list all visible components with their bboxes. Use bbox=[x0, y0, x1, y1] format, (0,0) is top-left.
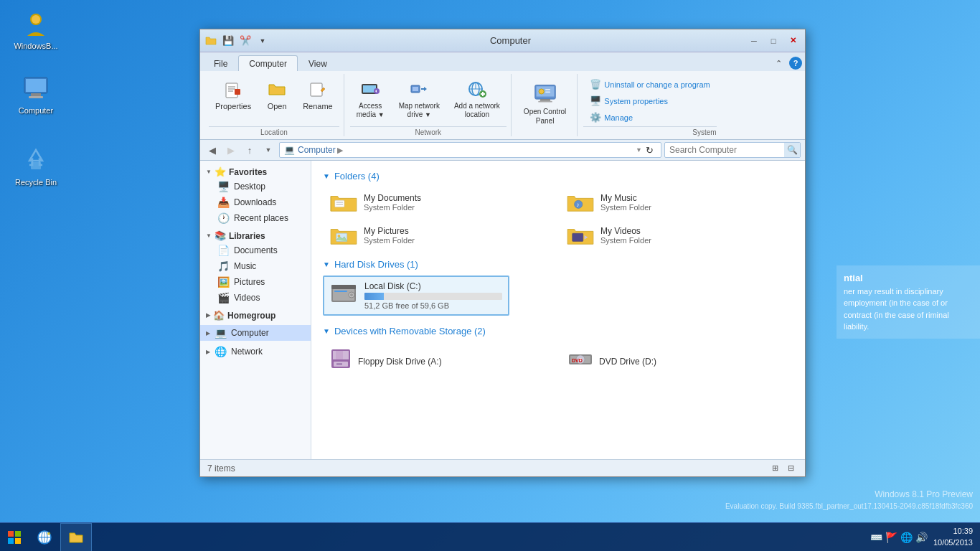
titlebar-icon-folder[interactable] bbox=[203, 33, 219, 49]
folder-my-documents[interactable]: My Documents System Folder bbox=[323, 187, 557, 217]
svg-rect-31 bbox=[545, 91, 550, 93]
maximize-button[interactable]: □ bbox=[764, 34, 783, 48]
svg-rect-59 bbox=[15, 538, 21, 544]
titlebar-icon-save[interactable]: 💾 bbox=[220, 33, 236, 49]
start-button[interactable] bbox=[0, 523, 29, 552]
folder-my-videos[interactable]: My Videos System Folder bbox=[560, 220, 793, 250]
close-button[interactable]: ✕ bbox=[783, 34, 802, 48]
flag-icon[interactable]: 🚩 bbox=[885, 532, 897, 543]
folder-my-pictures[interactable]: My Pictures System Folder bbox=[323, 220, 557, 250]
removable-section-header[interactable]: ▼ Devices with Removable Storage (2) bbox=[323, 326, 793, 336]
sidebar-item-desktop[interactable]: 🖥️ Desktop bbox=[200, 179, 311, 194]
folder-type: System Folder bbox=[364, 203, 550, 212]
folders-section-title: Folders (4) bbox=[334, 171, 380, 182]
rename-button[interactable]: Rename bbox=[296, 74, 339, 114]
up-button[interactable]: ↑ bbox=[242, 142, 258, 158]
address-path[interactable]: 💻 Computer ▶ ▼ ↻ bbox=[279, 142, 661, 158]
svg-rect-32 bbox=[335, 200, 344, 207]
taskbar-system-icons: ⌨️ 🚩 🌐 🔊 bbox=[870, 532, 928, 543]
svg-text:DVD: DVD bbox=[572, 358, 583, 363]
system-properties-button[interactable]: 🖥️ System properties bbox=[583, 93, 716, 108]
manage-button[interactable]: ⚙️ Manage bbox=[583, 110, 716, 125]
search-box: 🔍 bbox=[664, 142, 801, 158]
conf-notice: ntial ner may result in disciplinary emp… bbox=[837, 265, 980, 339]
disk-c-item[interactable]: Local Disk (C:) 51,2 GB free of 59,6 GB bbox=[323, 276, 509, 316]
recent-locations-button[interactable]: ▼ bbox=[260, 142, 276, 158]
open-control-panel-button[interactable]: Open Control Panel bbox=[517, 79, 573, 129]
sidebar-libraries-header[interactable]: ▼ 📚 Libraries bbox=[200, 229, 311, 242]
svg-rect-57 bbox=[15, 531, 21, 537]
search-button[interactable]: 🔍 bbox=[784, 142, 800, 158]
help-button[interactable]: ? bbox=[789, 57, 802, 70]
sidebar-computer-item[interactable]: ▶ 💻 Computer bbox=[200, 325, 311, 341]
removable-section-title: Devices with Removable Storage (2) bbox=[334, 326, 486, 336]
harddisk-section-title: Hard Disk Drives (1) bbox=[334, 259, 418, 270]
dvd-drive-item[interactable]: DVD DVD Drive (D:) bbox=[561, 342, 793, 380]
titlebar-dropdown[interactable]: ▼ bbox=[255, 33, 270, 49]
open-button[interactable]: Open bbox=[259, 74, 295, 114]
sidebar-item-videos[interactable]: 🎬 Videos bbox=[200, 290, 311, 306]
svg-rect-27 bbox=[540, 99, 550, 101]
ie-taskbar-button[interactable]: e bbox=[29, 523, 60, 552]
sidebar-network-item[interactable]: ▶ 🌐 Network bbox=[200, 344, 311, 359]
back-button[interactable]: ◀ bbox=[204, 142, 220, 158]
desktop-icon-windowsb[interactable]: WindowsB... bbox=[7, 7, 65, 53]
svg-rect-45 bbox=[334, 291, 347, 292]
watermark: Windows 8.1 Pro Preview Evaluation copy.… bbox=[725, 488, 973, 512]
disk-free: 51,2 GB free of 59,6 GB bbox=[364, 301, 502, 310]
sidebar-item-pictures[interactable]: 🖼️ Pictures bbox=[200, 274, 311, 290]
title-bar: 💾 ✂️ ▼ Computer ─ □ ✕ bbox=[200, 29, 805, 52]
minimize-button[interactable]: ─ bbox=[745, 34, 763, 48]
computer-window: 💾 ✂️ ▼ Computer ─ □ ✕ File Computer View… bbox=[199, 29, 806, 477]
desktop-icon-recycle[interactable]: Recycle Bin bbox=[7, 143, 65, 189]
forward-button[interactable]: ▶ bbox=[223, 142, 239, 158]
folder-name: My Pictures bbox=[364, 226, 550, 236]
sidebar-item-downloads[interactable]: 📥 Downloads bbox=[200, 194, 311, 210]
svg-rect-56 bbox=[8, 531, 14, 537]
add-network-location-button[interactable]: Add a network location bbox=[448, 74, 507, 123]
content-pane: ▼ Folders (4) My Docum bbox=[311, 161, 805, 459]
titlebar-icon-cut[interactable]: ✂️ bbox=[237, 33, 253, 49]
folder-type: System Folder bbox=[364, 236, 550, 245]
item-count: 7 items bbox=[207, 463, 235, 474]
svg-rect-30 bbox=[545, 88, 550, 90]
svg-rect-4 bbox=[31, 93, 41, 96]
tab-view[interactable]: View bbox=[298, 55, 338, 71]
svg-point-29 bbox=[539, 88, 544, 93]
disk-name: Local Disk (C:) bbox=[364, 281, 502, 291]
floppy-icon bbox=[329, 347, 352, 375]
taskbar-clock[interactable]: 10:39 10/05/2013 bbox=[933, 526, 973, 548]
desktop-icon-computer[interactable]: Computer bbox=[7, 72, 65, 118]
folder-name: My Videos bbox=[600, 226, 787, 236]
refresh-button[interactable]: ↻ bbox=[642, 143, 656, 157]
access-media-button[interactable]: Access media ▼ bbox=[350, 74, 391, 123]
harddisk-section-header[interactable]: ▼ Hard Disk Drives (1) bbox=[323, 259, 793, 270]
network-icon[interactable]: 🌐 bbox=[900, 532, 913, 543]
svg-rect-42 bbox=[331, 285, 356, 289]
minimize-ribbon-btn[interactable]: ⌃ bbox=[771, 55, 786, 71]
large-icons-view-button[interactable]: ⊟ bbox=[783, 462, 798, 475]
properties-button[interactable]: Properties bbox=[209, 74, 258, 114]
folder-type: System Folder bbox=[600, 236, 787, 245]
sidebar-item-documents[interactable]: 📄 Documents bbox=[200, 242, 311, 258]
floppy-drive-item[interactable]: Floppy Disk Drive (A:) bbox=[323, 342, 555, 380]
svg-text:e: e bbox=[47, 530, 51, 537]
tab-computer[interactable]: Computer bbox=[238, 55, 298, 71]
dropdown-arrow[interactable]: ▼ bbox=[636, 146, 642, 154]
folder-my-music[interactable]: ♪ My Music System Folder bbox=[560, 187, 793, 217]
details-view-button[interactable]: ⊞ bbox=[768, 462, 782, 475]
uninstall-button[interactable]: 🗑️ Uninstall or change a program bbox=[583, 77, 716, 92]
keyboard-icon[interactable]: ⌨️ bbox=[870, 532, 882, 543]
explorer-taskbar-button[interactable] bbox=[60, 523, 92, 552]
volume-icon[interactable]: 🔊 bbox=[915, 532, 928, 543]
sidebar-favorites-header[interactable]: ▼ ⭐ Favorites bbox=[200, 165, 311, 179]
tab-file[interactable]: File bbox=[203, 55, 238, 71]
map-network-button[interactable]: Map network drive ▼ bbox=[392, 74, 446, 123]
sidebar-item-recent[interactable]: 🕐 Recent places bbox=[200, 210, 311, 226]
svg-rect-50 bbox=[336, 363, 342, 365]
sidebar-homegroup-header[interactable]: ▶ 🏠 Homegroup bbox=[200, 309, 311, 322]
folders-section-header[interactable]: ▼ Folders (4) bbox=[323, 171, 793, 182]
svg-rect-58 bbox=[8, 538, 14, 544]
search-input[interactable] bbox=[665, 145, 784, 155]
sidebar-item-music[interactable]: 🎵 Music bbox=[200, 258, 311, 274]
